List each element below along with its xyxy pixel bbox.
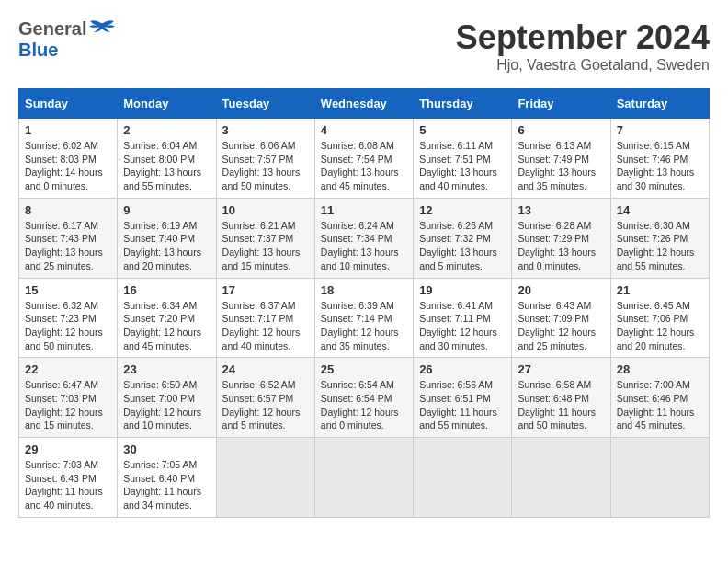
calendar-day-cell: 13Sunrise: 6:28 AMSunset: 7:29 PMDayligh… <box>512 198 610 278</box>
weekday-header-saturday: Saturday <box>610 89 709 119</box>
day-number: 5 <box>419 123 506 137</box>
calendar-day-cell: 29Sunrise: 7:03 AMSunset: 6:43 PMDayligh… <box>19 438 118 518</box>
month-title: September 2024 <box>456 18 710 57</box>
calendar-day-cell: 21Sunrise: 6:45 AMSunset: 7:06 PMDayligh… <box>610 278 709 358</box>
empty-cell <box>414 438 512 518</box>
day-info: Sunrise: 6:39 AMSunset: 7:14 PMDaylight:… <box>321 299 407 353</box>
logo: General Blue <box>18 18 116 61</box>
title-area: September 2024 Hjo, Vaestra Goetaland, S… <box>456 18 710 74</box>
day-number: 8 <box>25 203 111 217</box>
calendar-day-cell: 2Sunrise: 6:04 AMSunset: 8:00 PMDaylight… <box>118 119 216 199</box>
calendar-week-row: 1Sunrise: 6:02 AMSunset: 8:03 PMDaylight… <box>19 119 710 199</box>
weekday-header-sunday: Sunday <box>19 89 118 119</box>
day-info: Sunrise: 6:56 AMSunset: 6:51 PMDaylight:… <box>419 378 506 432</box>
calendar-day-cell: 30Sunrise: 7:05 AMSunset: 6:40 PMDayligh… <box>118 438 216 518</box>
day-info: Sunrise: 6:15 AMSunset: 7:46 PMDaylight:… <box>617 139 703 193</box>
day-number: 14 <box>617 203 703 217</box>
day-info: Sunrise: 6:04 AMSunset: 8:00 PMDaylight:… <box>123 139 210 193</box>
empty-cell <box>314 438 413 518</box>
day-number: 25 <box>321 362 407 376</box>
day-info: Sunrise: 7:05 AMSunset: 6:40 PMDaylight:… <box>123 458 210 512</box>
calendar-day-cell: 9Sunrise: 6:19 AMSunset: 7:40 PMDaylight… <box>118 198 216 278</box>
day-number: 22 <box>25 362 111 376</box>
day-number: 27 <box>518 362 604 376</box>
day-info: Sunrise: 6:41 AMSunset: 7:11 PMDaylight:… <box>419 299 506 353</box>
calendar-day-cell: 12Sunrise: 6:26 AMSunset: 7:32 PMDayligh… <box>414 198 512 278</box>
day-info: Sunrise: 6:28 AMSunset: 7:29 PMDaylight:… <box>518 219 604 273</box>
day-number: 30 <box>123 442 210 456</box>
calendar-day-cell: 8Sunrise: 6:17 AMSunset: 7:43 PMDaylight… <box>19 198 118 278</box>
day-info: Sunrise: 6:34 AMSunset: 7:20 PMDaylight:… <box>123 299 210 353</box>
calendar-day-cell: 15Sunrise: 6:32 AMSunset: 7:23 PMDayligh… <box>19 278 118 358</box>
calendar-header-row: SundayMondayTuesdayWednesdayThursdayFrid… <box>19 89 710 119</box>
calendar-day-cell: 28Sunrise: 7:00 AMSunset: 6:46 PMDayligh… <box>610 358 709 438</box>
calendar-day-cell: 26Sunrise: 6:56 AMSunset: 6:51 PMDayligh… <box>414 358 512 438</box>
day-number: 15 <box>25 283 111 297</box>
day-info: Sunrise: 6:11 AMSunset: 7:51 PMDaylight:… <box>419 139 506 193</box>
calendar-day-cell: 19Sunrise: 6:41 AMSunset: 7:11 PMDayligh… <box>414 278 512 358</box>
calendar-day-cell: 20Sunrise: 6:43 AMSunset: 7:09 PMDayligh… <box>512 278 610 358</box>
day-info: Sunrise: 7:00 AMSunset: 6:46 PMDaylight:… <box>617 378 703 432</box>
calendar-day-cell: 4Sunrise: 6:08 AMSunset: 7:54 PMDaylight… <box>314 119 413 199</box>
day-info: Sunrise: 6:45 AMSunset: 7:06 PMDaylight:… <box>617 299 703 353</box>
calendar-day-cell: 1Sunrise: 6:02 AMSunset: 8:03 PMDaylight… <box>19 119 118 199</box>
calendar-day-cell: 10Sunrise: 6:21 AMSunset: 7:37 PMDayligh… <box>216 198 314 278</box>
day-number: 4 <box>321 123 407 137</box>
day-number: 21 <box>617 283 703 297</box>
day-info: Sunrise: 6:17 AMSunset: 7:43 PMDaylight:… <box>25 219 111 273</box>
calendar-day-cell: 3Sunrise: 6:06 AMSunset: 7:57 PMDaylight… <box>216 119 314 199</box>
weekday-header-monday: Monday <box>118 89 216 119</box>
day-number: 28 <box>617 362 703 376</box>
page-header: General Blue September 2024 Hjo, Vaestra… <box>18 18 710 74</box>
weekday-header-friday: Friday <box>512 89 610 119</box>
location-subtitle: Hjo, Vaestra Goetaland, Sweden <box>456 57 710 74</box>
day-number: 26 <box>419 362 506 376</box>
day-number: 19 <box>419 283 506 297</box>
calendar-week-row: 29Sunrise: 7:03 AMSunset: 6:43 PMDayligh… <box>19 438 710 518</box>
calendar-week-row: 8Sunrise: 6:17 AMSunset: 7:43 PMDaylight… <box>19 198 710 278</box>
calendar-day-cell: 17Sunrise: 6:37 AMSunset: 7:17 PMDayligh… <box>216 278 314 358</box>
day-info: Sunrise: 6:58 AMSunset: 6:48 PMDaylight:… <box>518 378 604 432</box>
day-number: 18 <box>321 283 407 297</box>
day-info: Sunrise: 6:02 AMSunset: 8:03 PMDaylight:… <box>25 139 111 193</box>
day-info: Sunrise: 6:32 AMSunset: 7:23 PMDaylight:… <box>25 299 111 353</box>
logo-bird-icon <box>90 19 116 40</box>
day-info: Sunrise: 6:24 AMSunset: 7:34 PMDaylight:… <box>321 219 407 273</box>
calendar-day-cell: 24Sunrise: 6:52 AMSunset: 6:57 PMDayligh… <box>216 358 314 438</box>
day-number: 23 <box>123 362 210 376</box>
logo-blue-text: Blue <box>18 40 58 61</box>
day-number: 16 <box>123 283 210 297</box>
day-info: Sunrise: 6:26 AMSunset: 7:32 PMDaylight:… <box>419 219 506 273</box>
calendar-day-cell: 23Sunrise: 6:50 AMSunset: 7:00 PMDayligh… <box>118 358 216 438</box>
calendar-day-cell: 7Sunrise: 6:15 AMSunset: 7:46 PMDaylight… <box>610 119 709 199</box>
day-info: Sunrise: 6:50 AMSunset: 7:00 PMDaylight:… <box>123 378 210 432</box>
empty-cell <box>512 438 610 518</box>
day-number: 17 <box>222 283 309 297</box>
calendar-week-row: 22Sunrise: 6:47 AMSunset: 7:03 PMDayligh… <box>19 358 710 438</box>
day-info: Sunrise: 6:19 AMSunset: 7:40 PMDaylight:… <box>123 219 210 273</box>
day-info: Sunrise: 6:47 AMSunset: 7:03 PMDaylight:… <box>25 378 111 432</box>
day-number: 29 <box>25 442 111 456</box>
day-number: 20 <box>518 283 604 297</box>
day-number: 13 <box>518 203 604 217</box>
empty-cell <box>216 438 314 518</box>
day-info: Sunrise: 6:43 AMSunset: 7:09 PMDaylight:… <box>518 299 604 353</box>
day-info: Sunrise: 6:13 AMSunset: 7:49 PMDaylight:… <box>518 139 604 193</box>
day-info: Sunrise: 6:21 AMSunset: 7:37 PMDaylight:… <box>222 219 309 273</box>
day-number: 3 <box>222 123 309 137</box>
day-info: Sunrise: 6:30 AMSunset: 7:26 PMDaylight:… <box>617 219 703 273</box>
day-info: Sunrise: 7:03 AMSunset: 6:43 PMDaylight:… <box>25 458 111 512</box>
day-number: 10 <box>222 203 309 217</box>
weekday-header-tuesday: Tuesday <box>216 89 314 119</box>
logo-general-text: General <box>18 18 86 40</box>
calendar-day-cell: 18Sunrise: 6:39 AMSunset: 7:14 PMDayligh… <box>314 278 413 358</box>
calendar-day-cell: 25Sunrise: 6:54 AMSunset: 6:54 PMDayligh… <box>314 358 413 438</box>
day-number: 24 <box>222 362 309 376</box>
day-number: 9 <box>123 203 210 217</box>
day-number: 6 <box>518 123 604 137</box>
day-number: 1 <box>25 123 111 137</box>
calendar-day-cell: 27Sunrise: 6:58 AMSunset: 6:48 PMDayligh… <box>512 358 610 438</box>
day-number: 11 <box>321 203 407 217</box>
weekday-header-thursday: Thursday <box>414 89 512 119</box>
empty-cell <box>610 438 709 518</box>
